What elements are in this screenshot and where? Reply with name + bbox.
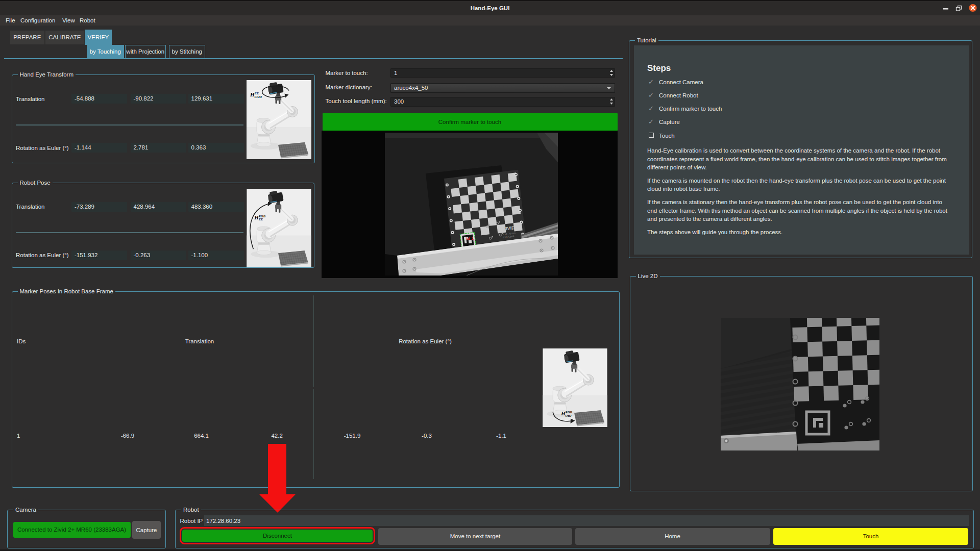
svg-text:EE: EE [258,217,263,221]
svg-text:CAM: CAM [254,94,262,98]
svg-text:H: H [250,91,255,97]
svg-text:id=1: id=1 [466,237,473,240]
svg-text:OBJ: OBJ [566,413,572,417]
